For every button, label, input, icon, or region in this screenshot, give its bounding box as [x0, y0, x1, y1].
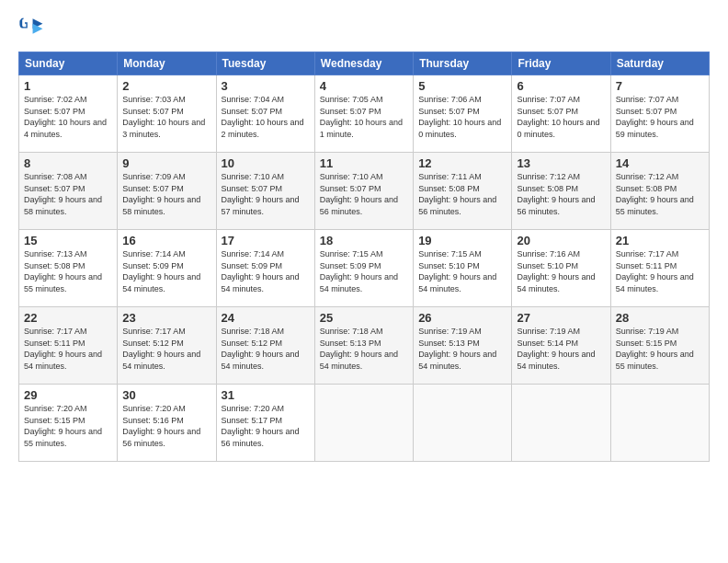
day-info: Sunrise: 7:14 AM Sunset: 5:09 PM Dayligh…	[122, 248, 210, 294]
day-info: Sunrise: 7:02 AM Sunset: 5:07 PM Dayligh…	[24, 94, 112, 140]
day-info: Sunrise: 7:08 AM Sunset: 5:07 PM Dayligh…	[24, 171, 112, 217]
weekday-header-tuesday: Tuesday	[216, 52, 314, 75]
calendar-cell: 24 Sunrise: 7:18 AM Sunset: 5:12 PM Dayl…	[216, 307, 314, 385]
day-info: Sunrise: 7:19 AM Sunset: 5:13 PM Dayligh…	[418, 326, 506, 372]
weekday-header-saturday: Saturday	[610, 52, 709, 75]
day-number: 30	[122, 388, 210, 402]
calendar-cell: 9 Sunrise: 7:09 AM Sunset: 5:07 PM Dayli…	[118, 153, 216, 230]
day-info: Sunrise: 7:15 AM Sunset: 5:09 PM Dayligh…	[320, 248, 408, 294]
weekday-header-monday: Monday	[118, 52, 216, 75]
calendar-cell: 22 Sunrise: 7:17 AM Sunset: 5:11 PM Dayl…	[19, 307, 118, 385]
day-number: 2	[122, 79, 210, 93]
day-info: Sunrise: 7:07 AM Sunset: 5:07 PM Dayligh…	[517, 94, 605, 140]
day-info: Sunrise: 7:20 AM Sunset: 5:15 PM Dayligh…	[24, 403, 112, 449]
day-number: 7	[616, 79, 704, 93]
day-number: 22	[24, 311, 112, 325]
calendar-cell: 29 Sunrise: 7:20 AM Sunset: 5:15 PM Dayl…	[19, 385, 118, 462]
day-info: Sunrise: 7:05 AM Sunset: 5:07 PM Dayligh…	[320, 94, 408, 140]
calendar-cell	[512, 385, 610, 462]
day-number: 10	[222, 156, 310, 170]
calendar-cell: 13 Sunrise: 7:12 AM Sunset: 5:08 PM Dayl…	[512, 153, 610, 230]
day-number: 23	[122, 311, 210, 325]
calendar-cell: 27 Sunrise: 7:19 AM Sunset: 5:14 PM Dayl…	[512, 307, 610, 385]
calendar-cell: 6 Sunrise: 7:07 AM Sunset: 5:07 PM Dayli…	[512, 75, 610, 153]
day-info: Sunrise: 7:10 AM Sunset: 5:07 PM Dayligh…	[320, 171, 408, 217]
calendar-cell: 8 Sunrise: 7:08 AM Sunset: 5:07 PM Dayli…	[19, 153, 118, 230]
calendar-cell: 30 Sunrise: 7:20 AM Sunset: 5:16 PM Dayl…	[118, 385, 216, 462]
day-info: Sunrise: 7:20 AM Sunset: 5:16 PM Dayligh…	[122, 403, 210, 449]
calendar-cell: 4 Sunrise: 7:05 AM Sunset: 5:07 PM Dayli…	[314, 75, 413, 153]
day-info: Sunrise: 7:10 AM Sunset: 5:07 PM Dayligh…	[222, 171, 310, 217]
day-number: 17	[222, 234, 310, 247]
calendar-cell: 2 Sunrise: 7:03 AM Sunset: 5:07 PM Dayli…	[118, 75, 216, 153]
day-number: 13	[517, 156, 605, 170]
day-info: Sunrise: 7:12 AM Sunset: 5:08 PM Dayligh…	[616, 171, 704, 217]
day-info: Sunrise: 7:03 AM Sunset: 5:07 PM Dayligh…	[122, 94, 210, 140]
day-number: 16	[122, 234, 210, 247]
day-number: 4	[320, 79, 408, 93]
day-info: Sunrise: 7:14 AM Sunset: 5:09 PM Dayligh…	[222, 248, 310, 294]
calendar-cell: 3 Sunrise: 7:04 AM Sunset: 5:07 PM Dayli…	[216, 75, 314, 153]
day-number: 26	[418, 311, 506, 325]
calendar-cell: 10 Sunrise: 7:10 AM Sunset: 5:07 PM Dayl…	[216, 153, 314, 230]
day-info: Sunrise: 7:17 AM Sunset: 5:11 PM Dayligh…	[24, 326, 112, 372]
day-number: 8	[24, 156, 112, 170]
day-number: 11	[320, 156, 408, 170]
day-number: 12	[418, 156, 506, 170]
calendar-cell: 17 Sunrise: 7:14 AM Sunset: 5:09 PM Dayl…	[216, 230, 314, 307]
calendar-cell: 20 Sunrise: 7:16 AM Sunset: 5:10 PM Dayl…	[512, 230, 610, 307]
day-info: Sunrise: 7:17 AM Sunset: 5:11 PM Dayligh…	[616, 248, 704, 294]
day-info: Sunrise: 7:07 AM Sunset: 5:07 PM Dayligh…	[616, 94, 704, 140]
day-number: 14	[616, 156, 704, 170]
header	[18, 17, 710, 42]
day-info: Sunrise: 7:19 AM Sunset: 5:15 PM Dayligh…	[616, 326, 704, 372]
calendar-cell: 25 Sunrise: 7:18 AM Sunset: 5:13 PM Dayl…	[314, 307, 413, 385]
day-info: Sunrise: 7:19 AM Sunset: 5:14 PM Dayligh…	[517, 326, 605, 372]
calendar-cell: 19 Sunrise: 7:15 AM Sunset: 5:10 PM Dayl…	[414, 230, 512, 307]
day-number: 15	[24, 234, 112, 247]
day-info: Sunrise: 7:04 AM Sunset: 5:07 PM Dayligh…	[222, 94, 310, 140]
day-number: 28	[616, 311, 704, 325]
weekday-header-wednesday: Wednesday	[314, 52, 413, 75]
day-number: 5	[418, 79, 506, 93]
day-number: 25	[320, 311, 408, 325]
calendar-cell	[314, 385, 413, 462]
logo	[18, 17, 48, 42]
day-number: 29	[24, 388, 112, 402]
calendar-cell	[610, 385, 709, 462]
day-number: 3	[222, 79, 310, 93]
calendar-cell: 16 Sunrise: 7:14 AM Sunset: 5:09 PM Dayl…	[118, 230, 216, 307]
day-info: Sunrise: 7:18 AM Sunset: 5:13 PM Dayligh…	[320, 326, 408, 372]
calendar-cell: 18 Sunrise: 7:15 AM Sunset: 5:09 PM Dayl…	[314, 230, 413, 307]
day-number: 1	[24, 79, 112, 93]
day-info: Sunrise: 7:15 AM Sunset: 5:10 PM Dayligh…	[418, 248, 506, 294]
day-info: Sunrise: 7:20 AM Sunset: 5:17 PM Dayligh…	[222, 403, 310, 449]
day-number: 9	[122, 156, 210, 170]
calendar-cell: 26 Sunrise: 7:19 AM Sunset: 5:13 PM Dayl…	[414, 307, 512, 385]
day-number: 18	[320, 234, 408, 247]
day-number: 31	[222, 388, 310, 402]
day-info: Sunrise: 7:17 AM Sunset: 5:12 PM Dayligh…	[122, 326, 210, 372]
weekday-header-friday: Friday	[512, 52, 610, 75]
weekday-header-sunday: Sunday	[19, 52, 118, 75]
calendar-cell: 31 Sunrise: 7:20 AM Sunset: 5:17 PM Dayl…	[216, 385, 314, 462]
calendar-cell: 11 Sunrise: 7:10 AM Sunset: 5:07 PM Dayl…	[314, 153, 413, 230]
calendar-cell: 5 Sunrise: 7:06 AM Sunset: 5:07 PM Dayli…	[414, 75, 512, 153]
weekday-header-thursday: Thursday	[414, 52, 512, 75]
calendar-cell: 14 Sunrise: 7:12 AM Sunset: 5:08 PM Dayl…	[610, 153, 709, 230]
day-info: Sunrise: 7:11 AM Sunset: 5:08 PM Dayligh…	[418, 171, 506, 217]
day-info: Sunrise: 7:16 AM Sunset: 5:10 PM Dayligh…	[517, 248, 605, 294]
calendar-cell: 1 Sunrise: 7:02 AM Sunset: 5:07 PM Dayli…	[19, 75, 118, 153]
logo-icon	[18, 17, 44, 42]
calendar-cell: 12 Sunrise: 7:11 AM Sunset: 5:08 PM Dayl…	[414, 153, 512, 230]
calendar-cell	[414, 385, 512, 462]
day-number: 19	[418, 234, 506, 247]
day-number: 21	[616, 234, 704, 247]
page: SundayMondayTuesdayWednesdayThursdayFrid…	[0, 0, 728, 563]
day-info: Sunrise: 7:12 AM Sunset: 5:08 PM Dayligh…	[517, 171, 605, 217]
calendar-cell: 28 Sunrise: 7:19 AM Sunset: 5:15 PM Dayl…	[610, 307, 709, 385]
day-info: Sunrise: 7:06 AM Sunset: 5:07 PM Dayligh…	[418, 94, 506, 140]
calendar: SundayMondayTuesdayWednesdayThursdayFrid…	[18, 52, 710, 462]
day-number: 6	[517, 79, 605, 93]
day-info: Sunrise: 7:18 AM Sunset: 5:12 PM Dayligh…	[222, 326, 310, 372]
